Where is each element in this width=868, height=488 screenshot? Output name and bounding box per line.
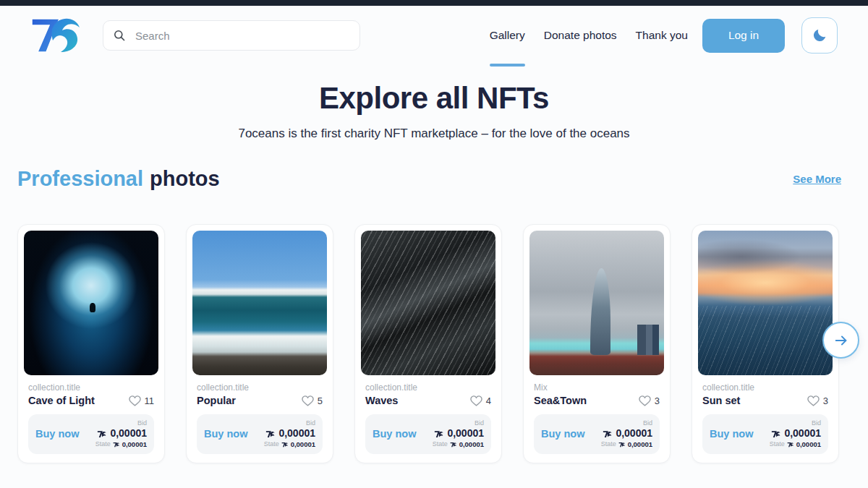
token-icon	[97, 430, 107, 438]
price-box: Buy now Bid 0,00001 State 0,00001	[702, 414, 828, 454]
bid-value: 0,00001	[616, 427, 652, 440]
likes-count: 3	[823, 395, 828, 406]
top-dark-strip	[0, 0, 868, 6]
likes-button[interactable]: 3	[807, 395, 828, 406]
section-header: Professionalphotos See More	[17, 167, 841, 191]
collection-label: collection.title	[197, 382, 323, 393]
search-input[interactable]	[134, 29, 349, 43]
heart-icon	[129, 395, 141, 406]
likes-button[interactable]: 4	[470, 395, 491, 406]
state-value: 0,00001	[291, 440, 315, 449]
collection-label: collection.title	[702, 382, 828, 393]
state-value: 0,00001	[122, 440, 147, 449]
token-icon	[603, 430, 613, 438]
buildings-silhouette	[637, 325, 659, 355]
token-icon	[450, 442, 457, 448]
moon-icon	[811, 27, 828, 44]
collection-label: collection.title	[28, 382, 154, 393]
bid-label: Bid	[306, 419, 315, 427]
token-icon	[771, 430, 781, 438]
likes-button[interactable]: 5	[302, 395, 323, 406]
nft-title: Sun set	[702, 395, 740, 406]
state-label: State	[601, 440, 616, 448]
nft-title: Waves	[365, 395, 398, 406]
search-bar	[103, 20, 360, 51]
nft-image[interactable]	[698, 231, 833, 375]
likes-count: 5	[318, 395, 323, 406]
bid-value: 0,00001	[447, 427, 484, 440]
nft-card-popular: collection.title Popular 5 Buy now	[186, 224, 333, 463]
nft-image[interactable]	[361, 231, 495, 375]
state-label: State	[95, 440, 111, 448]
token-icon	[265, 430, 276, 438]
nft-image[interactable]	[192, 231, 327, 375]
token-icon	[434, 430, 444, 438]
likes-button[interactable]: 3	[639, 395, 660, 406]
state-value: 0,00001	[628, 440, 652, 449]
arrow-right-icon	[833, 333, 849, 348]
nft-image[interactable]	[529, 231, 664, 375]
section-title-accent: Professional	[17, 167, 143, 190]
state-label: State	[433, 440, 448, 448]
bid-value: 0,00001	[278, 427, 315, 440]
nav-thank-you[interactable]: Thank you	[636, 6, 688, 65]
nft-title: Cave of Light	[28, 395, 95, 406]
heart-icon	[470, 395, 482, 406]
section-title-rest: photos	[150, 167, 220, 190]
7oceans-logo-icon[interactable]	[29, 14, 84, 56]
buy-now-button[interactable]: Buy now	[541, 428, 584, 440]
bid-label: Bid	[812, 419, 821, 427]
state-label: State	[770, 440, 785, 448]
skyscraper-silhouette	[590, 268, 610, 355]
price-box: Buy now Bid 0,00001 State 0,00001	[28, 414, 154, 454]
nft-card-sun-set: collection.title Sun set 3 Buy now	[692, 224, 839, 463]
token-icon	[787, 442, 794, 448]
bid-value: 0,00001	[110, 427, 147, 440]
token-icon	[281, 442, 289, 448]
search-icon	[114, 30, 125, 41]
heart-icon	[639, 395, 651, 406]
login-button[interactable]: Log in	[702, 19, 785, 53]
collection-label: collection.title	[365, 382, 491, 393]
price-box: Buy now Bid 0,00001 State 0,00001	[197, 414, 323, 454]
state-value: 0,00001	[459, 440, 484, 449]
bid-label: Bid	[475, 419, 484, 427]
nft-title: Sea&Town	[534, 395, 587, 406]
likes-button[interactable]: 11	[129, 395, 155, 406]
main-nav: Gallery Donate photos Thank you	[490, 6, 688, 65]
bid-value: 0,00001	[784, 427, 821, 440]
see-more-link[interactable]: See More	[793, 173, 841, 185]
state-label: State	[264, 440, 279, 448]
bid-label: Bid	[137, 419, 147, 427]
page-title: Explore all NFTs	[0, 81, 868, 116]
price-box: Buy now Bid 0,00001 State 0,00001	[534, 414, 660, 454]
buy-now-button[interactable]: Buy now	[710, 428, 753, 440]
buy-now-button[interactable]: Buy now	[204, 428, 247, 440]
likes-count: 11	[145, 395, 155, 406]
token-icon	[113, 442, 120, 448]
heart-icon	[807, 395, 820, 406]
likes-count: 3	[655, 395, 660, 406]
bid-label: Bid	[643, 419, 652, 427]
nft-card-row: collection.title Cave of Light 11 Buy no…	[17, 224, 841, 463]
price-box: Buy now Bid 0,00001 State 0,00001	[365, 414, 491, 454]
nft-card-cave-of-light: collection.title Cave of Light 11 Buy no…	[17, 224, 165, 463]
collection-label: Mix	[534, 382, 660, 393]
token-icon	[618, 442, 626, 448]
theme-toggle-button[interactable]	[801, 17, 838, 53]
nft-title: Popular	[197, 395, 236, 406]
buy-now-button[interactable]: Buy now	[35, 428, 79, 440]
nav-gallery[interactable]: Gallery	[490, 6, 525, 65]
carousel-next-button[interactable]	[822, 322, 859, 359]
page: Gallery Donate photos Thank you Log in E…	[0, 0, 868, 488]
header: Gallery Donate photos Thank you Log in	[0, 6, 868, 65]
nft-card-sea-town: Mix Sea&Town 3 Buy now Bid	[523, 224, 671, 463]
diver-silhouette	[90, 303, 95, 312]
nft-image[interactable]	[24, 231, 158, 375]
state-value: 0,00001	[796, 440, 821, 449]
nav-donate-photos[interactable]: Donate photos	[544, 6, 617, 65]
nft-card-waves: collection.title Waves 4 Buy now	[354, 224, 502, 463]
hero: Explore all NFTs 7oceans is the first ch…	[0, 81, 868, 141]
heart-icon	[302, 395, 314, 406]
buy-now-button[interactable]: Buy now	[373, 428, 416, 440]
